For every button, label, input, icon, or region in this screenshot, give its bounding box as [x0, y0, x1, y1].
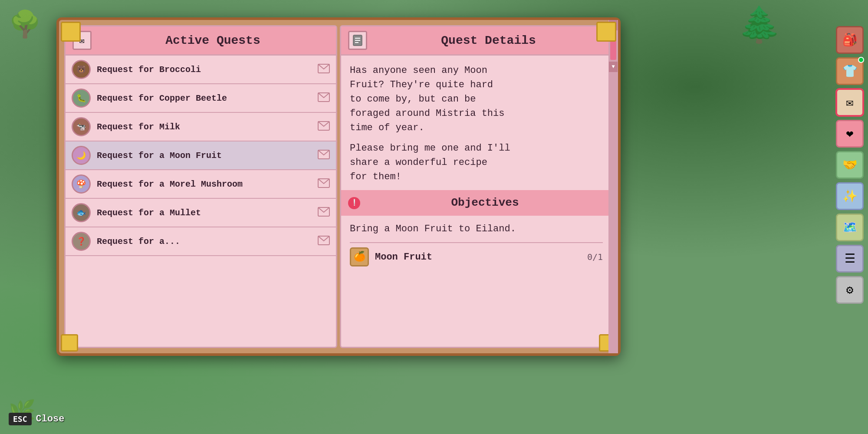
moon-fruit-count: 0/1 [587, 250, 603, 263]
sidebar-panel: 🎒 👕 ✉️ ❤️ 🤝 ✨ 🗺️ ☰ ⚙️ [836, 26, 864, 304]
left-page: ✉ Active Quests 🐻 Request for Broccoli 🐛… [64, 25, 337, 348]
quest-name-1: Request for Broccoli [97, 65, 312, 75]
quest-mail-1 [318, 64, 330, 76]
quest-details-body: Has anyone seen any Moon Fruit? They're … [341, 56, 612, 347]
left-page-header: ✉ Active Quests [66, 26, 336, 56]
quest-item-2[interactable]: 🐛 Request for Copper Beetle [66, 84, 336, 113]
quest-item-4[interactable]: 🌙 Request for a Moon Fruit [66, 141, 336, 170]
bag-button[interactable]: 🎒 [836, 26, 864, 54]
map-button[interactable]: 🗺️ [836, 214, 864, 241]
objective-text: Bring a Moon Fruit to Eiland. [350, 222, 603, 236]
quest-avatar-3: 🐄 [72, 117, 91, 136]
quest-name-6: Request for a Mullet [97, 208, 312, 218]
right-page-header: Quest Details [341, 26, 612, 56]
quest-mail-6 [318, 207, 330, 219]
quest-mail-4 [318, 150, 330, 161]
close-label: Close [36, 414, 65, 424]
desc-l9: for them! [350, 170, 603, 184]
heart-button[interactable]: ❤️ [836, 120, 864, 148]
quest-avatar-2: 🐛 [72, 89, 91, 108]
desc-l8: share a wonderful recipe [350, 155, 603, 170]
active-quests-title: Active Quests [97, 34, 329, 47]
menu-button[interactable]: ☰ [836, 245, 864, 273]
notification-badge [858, 57, 864, 63]
desc-l1: Has anyone seen any Moon [350, 63, 603, 78]
quest-book: ✉ Active Quests 🐻 Request for Broccoli 🐛… [56, 17, 621, 356]
objective-item: 🍊 Moon Fruit 0/1 [350, 242, 603, 271]
quest-avatar-7: ❓ [72, 232, 91, 251]
quest-item-1[interactable]: 🐻 Request for Broccoli [66, 56, 336, 84]
mail-button[interactable]: ✉️ [836, 89, 864, 116]
quest-name-7: Request for a... [97, 237, 312, 247]
details-scroll-bar: ▲ ▼ [608, 56, 612, 347]
objectives-header: ❕ Objectives [341, 190, 612, 216]
corner-ornament-bl [61, 334, 78, 352]
gear-button[interactable]: ⚙️ [836, 276, 864, 304]
active-quests-icon: ✉ [72, 31, 92, 50]
desc-spacer [350, 135, 603, 141]
quest-list-container: 🐻 Request for Broccoli 🐛 Request for Cop… [66, 56, 336, 347]
quest-mail-2 [318, 92, 330, 104]
quest-name-3: Request for Milk [97, 122, 312, 132]
document-icon [352, 34, 364, 46]
esc-key[interactable]: ESC [9, 413, 32, 425]
details-scroll-down[interactable]: ▼ [609, 62, 612, 72]
quest-name-2: Request for Copper Beetle [97, 93, 312, 103]
sparkle-button[interactable]: ✨ [836, 182, 864, 210]
desc-l4: foraged around Mistria this [350, 106, 603, 121]
desc-l5: time of year. [350, 121, 603, 135]
tree-decoration: 🌳 [9, 9, 41, 41]
hand-button[interactable]: 🤝 [836, 151, 864, 179]
desc-l2: Fruit? They're quite hard [350, 78, 603, 92]
quest-avatar-6: 🐟 [72, 203, 91, 222]
tree-decoration-2: 🌲 [738, 4, 781, 47]
shirt-button[interactable]: 👕 [836, 57, 864, 85]
objectives-title: Objectives [365, 194, 605, 211]
quest-item-7[interactable]: ❓ Request for a... [66, 227, 336, 256]
right-page-body: Has anyone seen any Moon Fruit? They're … [341, 56, 612, 347]
quest-mail-7 [318, 236, 330, 247]
quest-item-5[interactable]: 🍄 Request for a Morel Mushroom [66, 170, 336, 199]
quest-avatar-5: 🍄 [72, 174, 91, 194]
quest-item-3[interactable]: 🐄 Request for Milk [66, 113, 336, 141]
quest-avatar-1: 🐻 [72, 60, 91, 79]
quest-avatar-4: 🌙 [72, 146, 91, 165]
desc-l7: Please bring me one and I'll [350, 141, 603, 155]
quest-name-5: Request for a Morel Mushroom [97, 179, 312, 189]
right-page: Quest Details Has anyone seen any Moon F… [340, 25, 613, 348]
quest-description: Has anyone seen any Moon Fruit? They're … [350, 63, 603, 184]
moon-fruit-icon: 🍊 [350, 247, 369, 266]
quest-details-title: Quest Details [372, 34, 605, 47]
quest-mail-3 [318, 121, 330, 133]
desc-l3: to come by, but can be [350, 92, 603, 106]
quest-name-4: Request for a Moon Fruit [97, 151, 312, 161]
esc-close-area: ESC Close [9, 413, 65, 425]
objectives-icon: ❕ [348, 197, 360, 209]
quest-item-6[interactable]: 🐟 Request for a Mullet [66, 199, 336, 227]
moon-fruit-name: Moon Fruit [375, 250, 581, 264]
details-scroll-thumb[interactable] [610, 56, 612, 60]
quest-mail-5 [318, 178, 330, 190]
quest-list: 🐻 Request for Broccoli 🐛 Request for Cop… [66, 56, 336, 347]
quest-details-icon [348, 31, 367, 50]
